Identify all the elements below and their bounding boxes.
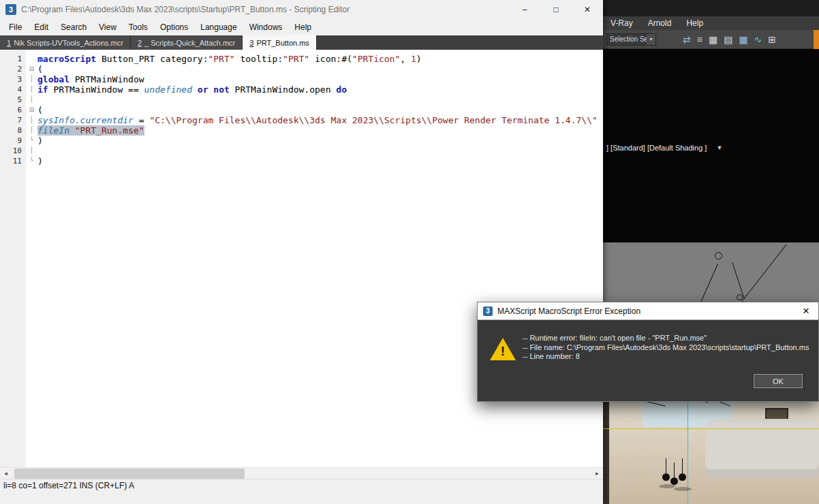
scrollbar-track[interactable] — [12, 468, 591, 479]
mirror-icon[interactable]: ⇄ — [683, 31, 691, 48]
line-number: 11 — [0, 156, 22, 166]
maximize-button[interactable]: □ — [540, 0, 572, 19]
code-area[interactable]: macroScript Button_PRT category:"PRT" to… — [26, 50, 603, 467]
floor-lamp-ball — [679, 473, 686, 481]
line-number: 2 — [0, 64, 22, 74]
tab-nik-scripts-uvtools-actions-mcr[interactable]: 1Nik Scripts-UVTools_Actions.mcr — [0, 35, 131, 50]
curve-editor-icon[interactable]: ∿ — [754, 31, 762, 48]
code-token — [192, 84, 198, 95]
code-line[interactable]: └) — [26, 136, 603, 146]
line-number: 7 — [0, 115, 22, 125]
viewport-shading-label[interactable]: ] [Standard] [Default Shading ] — [606, 144, 707, 152]
menu-search[interactable]: Search — [55, 22, 93, 32]
error-message-line: -- File name: C:\Program Files\Autodesk\… — [523, 343, 809, 353]
scroll-left-button[interactable]: ◄ — [0, 468, 12, 479]
max-menu-v-ray[interactable]: V-Ray — [603, 18, 640, 28]
max-menu-help[interactable]: Help — [679, 18, 711, 28]
dialog-title: MAXScript MacroScript Error Exception — [497, 306, 792, 316]
editor-titlebar[interactable]: 3 C:\Program Files\Autodesk\3ds Max 2023… — [0, 0, 603, 19]
menu-language[interactable]: Language — [194, 22, 243, 32]
layer-explorer-icon[interactable]: ▤ — [724, 31, 732, 48]
dialog-close-button[interactable]: ✕ — [797, 306, 815, 316]
gizmo-yellow-line — [603, 428, 819, 429]
fold-marker: │ — [26, 95, 37, 105]
code-token: not — [213, 84, 229, 95]
menu-help[interactable]: Help — [288, 22, 318, 32]
ribbon-toggle-icon[interactable]: ▦ — [739, 31, 747, 48]
window-title: C:\Program Files\Autodesk\3ds Max 2023\s… — [21, 5, 509, 14]
code-token: sysInfo.currentdir — [37, 115, 134, 125]
editor-body: 1234567891011 macroScript Button_PRT cat… — [0, 50, 603, 467]
tab-prt-button-ms[interactable]: 3PRT_Button.ms — [243, 35, 317, 50]
selection-highlight: fileIn "PRT_Run.mse" — [37, 125, 144, 136]
menu-options[interactable]: Options — [154, 22, 194, 32]
code-line[interactable]: │global PRTMainWindow — [26, 74, 603, 84]
code-token: or — [198, 84, 208, 95]
wireframe-stand — [732, 262, 744, 299]
viewport-black[interactable]: ] [Standard] [Default Shading ] ▼ — [603, 49, 819, 242]
horizontal-scrollbar[interactable]: ◄ ► — [0, 467, 603, 479]
code-token: ) — [416, 54, 422, 64]
ok-button[interactable]: OK — [754, 374, 803, 388]
line-number: 1 — [0, 54, 22, 64]
fold-collapse-icon[interactable]: ⊟ — [26, 64, 37, 74]
tab-number: 3 — [249, 39, 253, 47]
code-line[interactable]: └) — [26, 156, 603, 166]
lamp-shadow — [659, 484, 675, 488]
schematic-view-icon[interactable]: ⊞ — [768, 31, 776, 48]
menu-windows[interactable]: Windows — [243, 22, 289, 32]
minimize-button[interactable]: – — [509, 0, 540, 19]
scrollbar-thumb[interactable] — [14, 469, 245, 479]
floor-lamp-ball — [662, 473, 670, 481]
menu-edit[interactable]: Edit — [28, 22, 55, 32]
menu-view[interactable]: View — [93, 22, 123, 32]
fold-collapse-icon[interactable]: ⊟ — [26, 105, 37, 115]
viewport-filter-icon[interactable]: ▼ — [716, 144, 722, 151]
3dsmax-app-icon: 3 — [5, 4, 16, 15]
selection-set-dropdown[interactable]: Selection Se ▾ — [606, 33, 656, 46]
chevron-down-icon[interactable]: ▾ — [647, 34, 655, 45]
scene-explorer-icon[interactable]: ▦ — [709, 31, 717, 48]
code-token: "PRTicon" — [352, 54, 400, 64]
tab-scripts-quick-attach-mcr[interactable]: 2_ Scripts-Quick_Attach.mcr — [131, 35, 243, 50]
window-controls: – □ ✕ — [509, 0, 603, 19]
dialog-titlebar[interactable]: 3 MAXScript MacroScript Error Exception … — [478, 302, 818, 320]
code-token: , — [400, 54, 411, 64]
code-line[interactable]: │if PRTMainWindow == undefined or not PR… — [26, 84, 603, 95]
3dsmax-dialog-icon: 3 — [483, 306, 493, 316]
line-number: 10 — [0, 146, 22, 156]
code-token: undefined — [144, 84, 192, 95]
code-token: "PRT" — [283, 54, 309, 64]
code-line[interactable]: │ — [26, 95, 603, 105]
wireframe-bulb — [737, 294, 743, 300]
menu-file[interactable]: File — [3, 22, 28, 32]
code-token: macroScript — [37, 54, 96, 64]
code-token — [69, 125, 75, 136]
scripting-editor-window: 3 C:\Program Files\Autodesk\3ds Max 2023… — [0, 0, 603, 504]
fold-marker: │ — [26, 146, 37, 156]
viewport-perspective[interactable] — [603, 398, 819, 504]
code-line[interactable]: macroScript Button_PRT category:"PRT" to… — [26, 54, 603, 64]
code-line[interactable]: │sysInfo.currentdir = "C:\\Program Files… — [26, 115, 603, 125]
align-icon[interactable]: ≡ — [697, 31, 702, 48]
code-token: if — [37, 84, 48, 95]
line-number-gutter: 1234567891011 — [0, 50, 26, 467]
menu-tools[interactable]: Tools — [123, 22, 154, 32]
scroll-right-button[interactable]: ► — [591, 468, 603, 479]
code-line[interactable]: ⊟( — [26, 64, 603, 74]
tab-number: 1 — [7, 39, 11, 47]
max-menubar: V-RayArnoldHelp — [603, 16, 819, 30]
max-titlebar — [603, 0, 819, 16]
code-line[interactable]: ⊟( — [26, 105, 603, 115]
close-button[interactable]: ✕ — [572, 0, 603, 19]
selection-set-value: Selection Se — [607, 35, 647, 43]
error-message-line: -- Line number: 8 — [523, 352, 809, 362]
line-number: 4 — [0, 84, 22, 95]
code-line[interactable]: │fileIn "PRT_Run.mse" — [26, 125, 603, 136]
code-line[interactable]: │ — [26, 146, 603, 156]
render-doorway — [603, 398, 609, 504]
toolbar-highlight-bar — [814, 30, 819, 49]
max-menu-arnold[interactable]: Arnold — [640, 18, 679, 28]
error-message-line: -- Runtime error: fileIn: can't open fil… — [523, 334, 809, 343]
code-token: ( — [37, 64, 43, 74]
